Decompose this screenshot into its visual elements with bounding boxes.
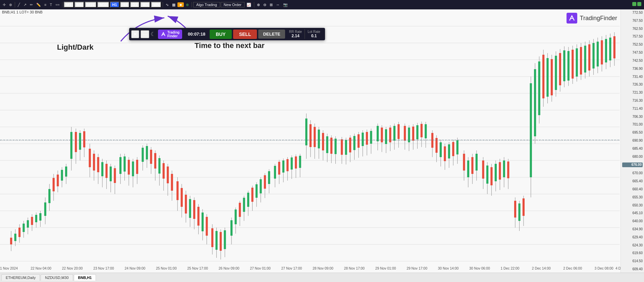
price-695: 695.50: [622, 131, 643, 135]
tf-m30[interactable]: M30: [97, 2, 109, 8]
svg-rect-86: [158, 158, 160, 174]
toolbar-cursor-tool[interactable]: ✛: [1, 2, 7, 7]
svg-rect-278: [588, 44, 590, 70]
svg-rect-34: [44, 202, 46, 216]
tab-nzdusd-label: NZDUSD,M30: [45, 276, 68, 280]
widget-sell-button[interactable]: SELL: [233, 30, 257, 39]
svg-rect-288: [609, 38, 611, 60]
algo-trading-btn[interactable]: Algo Trading: [193, 2, 220, 7]
svg-text:1 Nov 2024: 1 Nov 2024: [0, 267, 18, 270]
tab-ethereum-daily[interactable]: ETHEREUM,Daily: [1, 274, 40, 281]
svg-rect-192: [393, 126, 395, 141]
svg-rect-286: [605, 39, 607, 62]
widget-delete-button[interactable]: DELETE: [258, 30, 285, 39]
toolbar-shapes-tool[interactable]: T: [48, 2, 53, 7]
svg-rect-112: [215, 231, 217, 250]
chart-area[interactable]: BNB,H1 1 LOT= 30 BNB TradingFinder: [0, 9, 644, 273]
svg-rect-236: [495, 164, 497, 181]
svg-rect-170: [345, 140, 347, 155]
tf-h4[interactable]: H4: [120, 2, 129, 8]
svg-rect-146: [291, 157, 293, 170]
svg-rect-168: [341, 139, 343, 155]
svg-rect-98: [185, 195, 187, 214]
svg-rect-156: [314, 127, 316, 147]
svg-rect-30: [35, 215, 37, 222]
svg-rect-248: [523, 198, 525, 216]
price-640: 640.00: [622, 219, 643, 223]
new-order-btn[interactable]: New Order: [221, 2, 245, 7]
indicator-btn[interactable]: ⊕: [184, 2, 190, 7]
svg-text:27 Nov 01:00: 27 Nov 01:00: [250, 267, 271, 270]
toolbar-pencil-tool[interactable]: ✏: [29, 2, 34, 7]
widget-rates-container: RR Rate 2.14 Lot Rate 0.1: [286, 29, 323, 39]
price-716: 716.30: [622, 99, 643, 103]
candle-color-btn[interactable]: ■: [177, 2, 184, 7]
status-dot-1: [632, 2, 636, 6]
tf-d1[interactable]: D1: [130, 2, 140, 8]
svg-rect-84: [154, 153, 156, 169]
tab-ethereum-label: ETHEREUM,Daily: [6, 276, 36, 280]
svg-rect-142: [282, 160, 284, 173]
new-order-label: New Order: [224, 3, 241, 7]
svg-rect-160: [322, 133, 324, 150]
svg-rect-44: [65, 167, 67, 177]
bar-type-btn[interactable]: ▦: [171, 2, 177, 7]
tf-m5[interactable]: M5: [74, 2, 84, 8]
svg-rect-254: [538, 61, 540, 115]
svg-rect-280: [592, 43, 594, 68]
svg-rect-252: [534, 69, 536, 136]
svg-rect-246: [518, 203, 520, 221]
zoom-out-btn[interactable]: ⊖: [262, 2, 268, 7]
screenshot-btn[interactable]: 📷: [282, 2, 289, 7]
svg-rect-28: [31, 217, 33, 225]
chart-type-btn[interactable]: ∿: [164, 2, 170, 7]
tf-h1[interactable]: H1: [110, 2, 119, 8]
svg-rect-188: [385, 129, 387, 144]
svg-rect-104: [197, 207, 199, 226]
svg-rect-38: [53, 178, 55, 191]
tf-m1[interactable]: M1: [64, 2, 73, 8]
widget-theme-toggle[interactable]: ☾: [151, 31, 155, 37]
svg-rect-238: [499, 162, 501, 180]
svg-rect-272: [576, 48, 578, 77]
svg-rect-260: [551, 59, 553, 95]
svg-rect-178: [362, 133, 364, 146]
svg-rect-24: [22, 224, 24, 232]
toolbar-crosshair-tool[interactable]: ⊕: [8, 2, 13, 7]
svg-rect-224: [467, 160, 469, 177]
widget-close-button[interactable]: ✕: [131, 30, 139, 38]
history-btn[interactable]: ↔: [275, 2, 281, 7]
zoom-in-btn[interactable]: ⊕: [256, 2, 261, 7]
lot-rate-value: 0.1: [311, 34, 317, 38]
toolbar-line-tool[interactable]: ╱: [16, 2, 21, 7]
svg-text:30 Nov 06:00: 30 Nov 06:00: [469, 267, 490, 270]
svg-rect-52: [83, 131, 85, 147]
svg-rect-162: [326, 136, 328, 153]
tab-bnb-h1[interactable]: BNB,H1: [74, 274, 96, 281]
price-706: 706.30: [622, 115, 643, 119]
svg-rect-46: [70, 132, 72, 159]
tf-w1[interactable]: W1: [140, 2, 151, 8]
tf-mn[interactable]: MN: [151, 2, 161, 8]
toolbar-brush-tool[interactable]: ✏️: [35, 2, 42, 7]
toolbar-fib-tool[interactable]: ≈≈: [54, 2, 61, 7]
status-indicators: [632, 2, 641, 6]
tab-nzdusd-m30[interactable]: NZDUSD,M30: [41, 274, 73, 281]
lot-rate-label: Lot Rate: [308, 30, 320, 34]
svg-rect-176: [358, 134, 360, 148]
svg-rect-124: [243, 198, 245, 212]
grid-btn[interactable]: ⊞: [268, 2, 274, 7]
equity-chart-btn[interactable]: 📈: [245, 2, 253, 7]
tf-m15[interactable]: M15: [85, 2, 97, 8]
toolbar-text-tool[interactable]: ≡: [43, 2, 48, 7]
toolbar-sep-4: [192, 2, 192, 7]
price-742: 742.50: [622, 59, 643, 63]
svg-rect-106: [202, 213, 204, 231]
widget-buy-button[interactable]: BUY: [210, 30, 232, 39]
svg-rect-78: [142, 148, 144, 162]
svg-rect-130: [256, 184, 258, 198]
svg-rect-226: [471, 157, 473, 174]
toolbar-arrow-tool[interactable]: ↗: [22, 2, 28, 7]
svg-rect-32: [39, 213, 41, 221]
widget-minimize-button[interactable]: —: [141, 30, 149, 38]
